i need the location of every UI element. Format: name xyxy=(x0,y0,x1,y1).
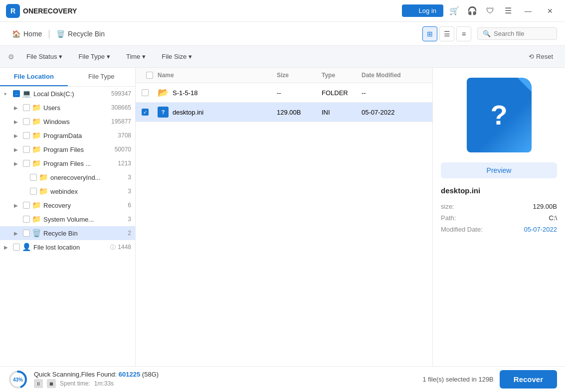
expand-arrow: ▾ xyxy=(4,91,11,97)
tree-item-recycle-bin[interactable]: ▶ 🗑️ Recycle Bin 2 xyxy=(0,226,135,240)
tree-item-system-volume[interactable]: ▶ 📁 System Volume... 3 xyxy=(0,212,135,226)
checkbox-webindex[interactable] xyxy=(30,188,37,195)
tree-item-webindex[interactable]: ▶ 📁 webindex 3 xyxy=(0,184,135,198)
close-button[interactable]: ✕ xyxy=(541,4,559,18)
tree-count: 195877 xyxy=(111,118,131,125)
tree-count: 6 xyxy=(128,202,131,209)
filter-icon: ⚙ xyxy=(8,53,14,61)
folder-icon: 📁 xyxy=(32,117,41,126)
tree-item-program-files[interactable]: ▶ 📁 Program Files 50070 xyxy=(0,142,135,156)
minimize-button[interactable]: — xyxy=(519,4,537,18)
chevron-down-icon: ▾ xyxy=(107,53,110,60)
shield-icon[interactable]: 🛡 xyxy=(483,4,497,18)
file-checkbox[interactable] xyxy=(142,89,149,96)
tree-label: Program Files xyxy=(43,146,113,153)
menu-icon[interactable]: ☰ xyxy=(501,4,515,18)
checkbox-windows[interactable] xyxy=(23,118,30,125)
tree-label: webindex xyxy=(50,188,126,195)
checkbox-recycle-bin[interactable] xyxy=(23,230,30,237)
home-nav[interactable]: 🏠 Home xyxy=(8,30,46,38)
file-checkbox[interactable]: ✓ xyxy=(142,109,149,116)
compact-view-button[interactable]: ≡ xyxy=(456,26,471,41)
chevron-down-icon: ▾ xyxy=(59,53,62,60)
checkbox-users[interactable] xyxy=(23,104,30,111)
expand-arrow: ▶ xyxy=(14,105,21,111)
app-name: ONERECOVERY xyxy=(23,7,77,15)
tree-label: Users xyxy=(43,104,109,112)
expand-arrow: ▶ xyxy=(4,245,11,250)
tree-label: onerecoveryInd... xyxy=(50,174,126,181)
tab-file-location[interactable]: File Location xyxy=(0,68,68,86)
tree-count: 2 xyxy=(128,230,131,237)
stop-button[interactable]: ⏹ xyxy=(47,379,56,388)
checkbox-system-volume[interactable] xyxy=(23,216,30,223)
tree-label: File lost location xyxy=(33,244,107,251)
checkbox-program-files-x[interactable] xyxy=(23,160,30,167)
checkbox-programdata[interactable] xyxy=(23,132,30,139)
expand-arrow: ▶ xyxy=(14,161,21,166)
folder-icon: 📁 xyxy=(32,159,41,168)
file-type-filter[interactable]: File Type ▾ xyxy=(74,51,114,62)
tree-count: 308665 xyxy=(111,104,131,111)
tree-count: 3 xyxy=(128,174,131,181)
file-row[interactable]: ✓ ? desktop.ini 129.00B INI 05-07-2022 xyxy=(136,103,432,122)
tree-item-file-lost[interactable]: ▶ 👤 File lost location ⓘ 1448 xyxy=(0,240,135,254)
logo-icon: R xyxy=(6,4,20,18)
file-type: INI xyxy=(322,109,362,116)
preview-button[interactable]: Preview xyxy=(441,162,557,178)
file-size-filter[interactable]: File Size ▾ xyxy=(158,51,196,62)
tree-item-program-files-x[interactable]: ▶ 📁 Program Files ... 1213 xyxy=(0,156,135,170)
folder-file-icon: 📂 xyxy=(158,87,169,98)
file-row[interactable]: 📂 S-1-5-18 -- FOLDER -- xyxy=(136,83,432,103)
tree-item-local-disk[interactable]: ▾ – 💻 Local Disk(C:) 599347 xyxy=(0,87,135,101)
scan-title: Quick Scanning,Files Found: 601225 (58G) xyxy=(34,371,416,378)
date-header: Date Modified xyxy=(362,72,426,79)
spent-value: 1m:33s xyxy=(94,380,114,387)
tree-item-users[interactable]: ▶ 📁 Users 308665 xyxy=(0,101,135,115)
filter-bar: ⚙ File Status ▾ File Type ▾ Time ▾ File … xyxy=(0,46,565,68)
tree-item-programdata[interactable]: ▶ 📁 ProgramData 3708 xyxy=(0,129,135,142)
expand-arrow: ▶ xyxy=(14,147,21,152)
folder-icon: 📁 xyxy=(32,103,41,112)
tree-label: System Volume... xyxy=(43,216,126,223)
search-input[interactable] xyxy=(494,30,554,37)
tree-label: Local Disk(C:) xyxy=(33,90,109,98)
expand-arrow: ▶ xyxy=(14,133,21,138)
tree-count: 3 xyxy=(128,188,131,195)
checkbox-recovery[interactable] xyxy=(23,202,30,209)
sidebar: File Location File Type ▾ – 💻 Local Disk… xyxy=(0,68,136,366)
grid-view-button[interactable]: ⊞ xyxy=(422,26,437,41)
headset-icon[interactable]: 🎧 xyxy=(465,4,479,18)
checkbox-file-lost[interactable] xyxy=(13,244,20,251)
list-view-button[interactable]: ☰ xyxy=(439,26,454,41)
cart-icon[interactable]: 🛒 xyxy=(447,4,461,18)
tree-item-windows[interactable]: ▶ 📁 Windows 195877 xyxy=(0,115,135,129)
time-filter[interactable]: Time ▾ xyxy=(122,51,150,62)
login-button[interactable]: 👤 Log in xyxy=(402,4,443,17)
user-icon: 👤 xyxy=(22,243,31,252)
tree-label: ProgramData xyxy=(43,132,116,139)
checkbox-local-disk[interactable]: – xyxy=(13,90,20,97)
home-icon: 🏠 xyxy=(12,30,20,38)
checkbox-program-files[interactable] xyxy=(23,146,30,153)
select-all-checkbox[interactable] xyxy=(142,72,158,79)
checkbox-onerecovery[interactable] xyxy=(30,174,37,181)
file-name-cell: 📂 S-1-5-18 xyxy=(158,87,277,98)
file-list-header: Name Size Type Date Modified xyxy=(136,68,432,83)
tree-item-recovery[interactable]: ▶ 📁 Recovery 6 xyxy=(0,198,135,212)
titlebar-actions: 👤 Log in 🛒 🎧 🛡 ☰ — ✕ xyxy=(402,4,559,18)
expand-arrow: ▶ xyxy=(14,203,21,208)
spent-label: Spent time: xyxy=(60,380,90,387)
recover-button[interactable]: Recover xyxy=(500,370,557,389)
meta-size-row: size: 129.00B xyxy=(441,201,557,212)
pause-button[interactable]: ⏸ xyxy=(34,379,43,388)
tree-count: 1213 xyxy=(118,160,131,167)
file-status-filter[interactable]: File Status ▾ xyxy=(22,51,66,62)
tree-item-onerecovery[interactable]: ▶ 📁 onerecoveryInd... 3 xyxy=(0,170,135,184)
reset-button[interactable]: ⟲ Reset xyxy=(525,51,557,62)
main-layout: File Location File Type ▾ – 💻 Local Disk… xyxy=(0,68,565,366)
preview-metadata: size: 129.00B Path: C:\ Modified Date: 0… xyxy=(441,201,557,235)
recycle-bin-nav[interactable]: 🗑️ Recycle Bin xyxy=(52,30,109,38)
tab-file-type[interactable]: File Type xyxy=(68,68,136,86)
tree-count: 1448 xyxy=(118,244,131,251)
